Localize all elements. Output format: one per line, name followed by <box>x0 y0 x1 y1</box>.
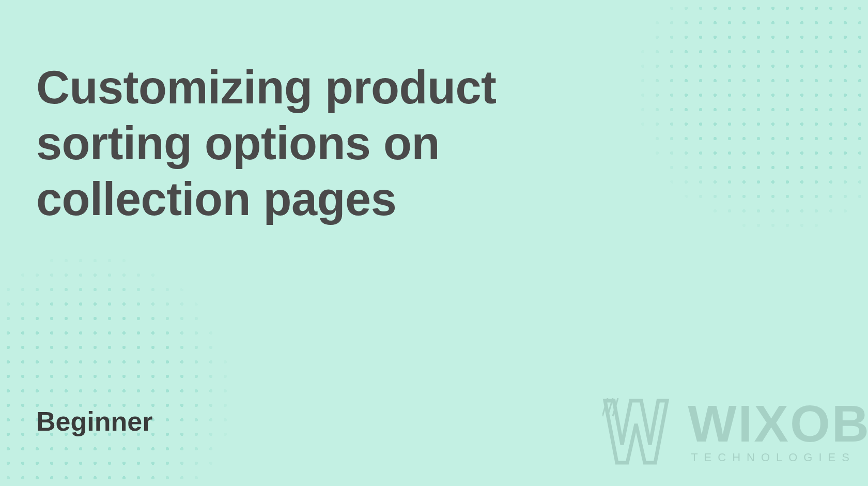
watermark-subtitle: TECHNOLOGIES <box>691 451 856 464</box>
watermark-text: WIXOB TECHNOLOGIES <box>688 399 868 464</box>
watermark-brand: WIXOB <box>688 399 868 448</box>
page-title: Customizing product sorting options on c… <box>36 59 615 227</box>
decorative-dots-top-right <box>636 0 868 233</box>
watermark: WIXOB TECHNOLOGIES <box>602 398 868 465</box>
decorative-dots-bottom-left <box>0 253 233 486</box>
watermark-logo-icon <box>602 398 675 465</box>
level-badge: Beginner <box>36 406 152 437</box>
